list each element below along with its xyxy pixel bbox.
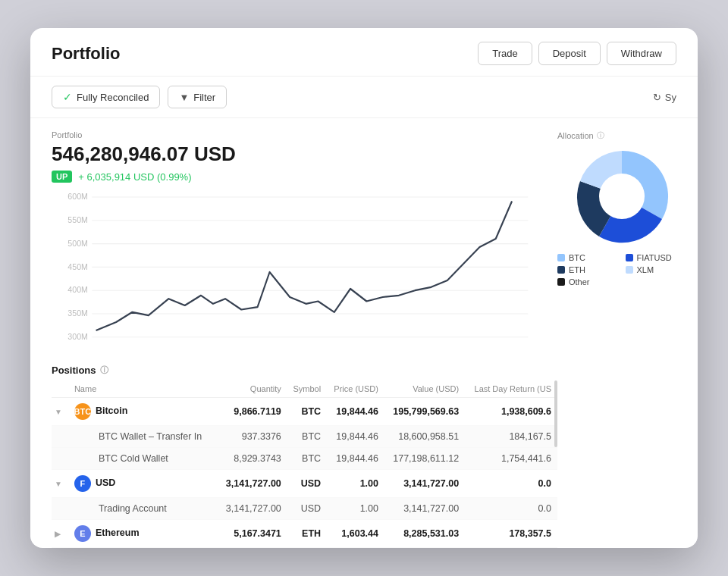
- trade-button[interactable]: Trade: [478, 42, 532, 65]
- svg-text:450M: 450M: [67, 262, 88, 271]
- positions-table: Name Quantity Symbol Price (USD) Value (…: [52, 380, 557, 548]
- legend-other: Other: [557, 277, 618, 286]
- expand-cell[interactable]: ▶: [52, 520, 71, 548]
- toolbar-left: ✓ Fully Reconciled ▼ Filter: [52, 86, 227, 108]
- quantity-cell: 3,141,727.00: [218, 470, 287, 498]
- scrollbar[interactable]: [554, 380, 557, 447]
- header-actions: Trade Deposit Withdraw: [478, 42, 676, 65]
- lastday-cell: 0.0: [465, 470, 557, 498]
- svg-text:500M: 500M: [67, 239, 88, 248]
- eth-dot: [557, 266, 565, 274]
- table-row: BTC Wallet – Transfer In 937.3376 BTC 19…: [52, 426, 557, 448]
- allocation-info-icon: ⓘ: [597, 130, 604, 141]
- allocation-pie: [573, 147, 671, 246]
- btc-dot: [557, 254, 565, 261]
- name-cell: FUSD: [71, 470, 218, 498]
- lastday-cell: 178,357.5: [465, 520, 557, 548]
- withdraw-button[interactable]: Withdraw: [607, 42, 676, 65]
- allocation-legend: BTC FIATUSD ETH XLM Other: [557, 253, 686, 286]
- col-name-header: Name: [71, 380, 218, 398]
- lastday-cell: 184,167.5: [465, 426, 557, 448]
- price-cell: 19,844.46: [327, 426, 384, 448]
- legend-xlm: XLM: [626, 265, 686, 274]
- price-cell: 19,844.46: [327, 448, 384, 470]
- left-panel: Portfolio 546,280,946.07 USD UP + 6,035,…: [30, 118, 557, 548]
- toolbar: ✓ Fully Reconciled ▼ Filter ↻ Sy: [30, 77, 698, 118]
- col-symbol-header: Symbol: [287, 380, 327, 398]
- name-cell: BTCBitcoin: [71, 398, 218, 426]
- table-row: Trading Account 3,141,727.00 USD 1.00 3,…: [52, 498, 557, 520]
- expand-cell: [52, 426, 71, 448]
- name-cell: Trading Account: [71, 498, 218, 520]
- expand-cell[interactable]: ▼: [52, 470, 71, 498]
- other-dot: [557, 278, 565, 286]
- coin-icon: E: [74, 525, 91, 542]
- filter-label: Filter: [193, 92, 215, 103]
- lastday-cell: 1,754,441.6: [465, 448, 557, 470]
- check-icon: ✓: [63, 91, 72, 103]
- svg-text:550M: 550M: [67, 215, 88, 224]
- pie-container: [557, 147, 686, 246]
- svg-text:600M: 600M: [67, 192, 88, 201]
- legend-btc: BTC: [557, 253, 618, 262]
- up-badge: UP: [52, 171, 72, 183]
- legend-fiatusd: FIATUSD: [626, 253, 686, 262]
- lastday-cell: 1,938,609.6: [465, 398, 557, 426]
- portfolio-chart: 600M 550M 500M 450M 400M 350M 300M: [52, 189, 536, 355]
- symbol-cell: USD: [287, 470, 327, 498]
- reconciled-label: Fully Reconciled: [77, 92, 149, 103]
- expand-cell: [52, 448, 71, 470]
- sync-label: Sy: [665, 92, 676, 103]
- name-cell: EEthereum: [71, 520, 218, 548]
- legend-eth: ETH: [557, 265, 618, 274]
- name-cell: BTC Wallet – Transfer In: [71, 426, 218, 448]
- price-cell: 1,603.44: [327, 520, 384, 548]
- positions-info-icon: ⓘ: [100, 365, 108, 376]
- quantity-cell: 9,866.7119: [218, 398, 287, 426]
- name-cell: BTC Cold Wallet: [71, 448, 218, 470]
- col-value-header: Value (USD): [384, 380, 465, 398]
- positions-section: Positions ⓘ Name Quantity Symbol Price (…: [30, 355, 557, 548]
- price-cell: 1.00: [327, 498, 384, 520]
- portfolio-change: UP + 6,035,914 USD (0.99%): [52, 171, 536, 183]
- value-cell: 3,141,727.00: [384, 470, 465, 498]
- deposit-button[interactable]: Deposit: [538, 42, 601, 65]
- svg-text:300M: 300M: [67, 332, 88, 341]
- chart-area: 600M 550M 500M 450M 400M 350M 300M: [30, 189, 557, 355]
- quantity-cell: 3,141,727.00: [218, 498, 287, 520]
- header: Portfolio Trade Deposit Withdraw: [30, 28, 698, 77]
- quantity-cell: 8,929.3743: [218, 448, 287, 470]
- portfolio-section: Portfolio 546,280,946.07 USD UP + 6,035,…: [30, 118, 557, 189]
- value-cell: 8,285,531.03: [384, 520, 465, 548]
- symbol-cell: BTC: [287, 426, 327, 448]
- lastday-cell: 0.0: [465, 498, 557, 520]
- coin-icon: BTC: [74, 403, 91, 420]
- table-row: BTC Cold Wallet 8,929.3743 BTC 19,844.46…: [52, 448, 557, 470]
- filter-button[interactable]: ▼ Filter: [168, 86, 227, 108]
- quantity-cell: 937.3376: [218, 426, 287, 448]
- sync-button[interactable]: ↻ Sy: [653, 92, 676, 103]
- table-row[interactable]: ▼ BTCBitcoin 9,866.7119 BTC 19,844.46 19…: [52, 398, 557, 426]
- portfolio-label: Portfolio: [52, 130, 536, 139]
- table-row[interactable]: ▶ EEthereum 5,167.3471 ETH 1,603.44 8,28…: [52, 520, 557, 548]
- symbol-cell: BTC: [287, 398, 327, 426]
- expand-cell: [52, 498, 71, 520]
- col-expand-header: [52, 380, 71, 398]
- table-row[interactable]: ▼ FUSD 3,141,727.00 USD 1.00 3,141,727.0…: [52, 470, 557, 498]
- main-window: Portfolio Trade Deposit Withdraw ✓ Fully…: [30, 28, 698, 548]
- col-quantity-header: Quantity: [218, 380, 287, 398]
- expand-cell[interactable]: ▼: [52, 398, 71, 426]
- reconciled-button[interactable]: ✓ Fully Reconciled: [52, 86, 160, 108]
- right-panel: Allocation ⓘ: [557, 118, 698, 548]
- symbol-cell: ETH: [287, 520, 327, 548]
- symbol-cell: BTC: [287, 448, 327, 470]
- coin-icon: F: [74, 475, 91, 492]
- portfolio-value: 546,280,946.07 USD: [52, 142, 536, 166]
- filter-icon: ▼: [179, 92, 189, 103]
- sync-icon: ↻: [653, 92, 661, 103]
- col-price-header: Price (USD): [327, 380, 384, 398]
- price-cell: 19,844.46: [327, 398, 384, 426]
- col-lastday-header: Last Day Return (US: [465, 380, 557, 398]
- svg-text:400M: 400M: [67, 285, 88, 294]
- change-text: + 6,035,914 USD (0.99%): [78, 171, 191, 183]
